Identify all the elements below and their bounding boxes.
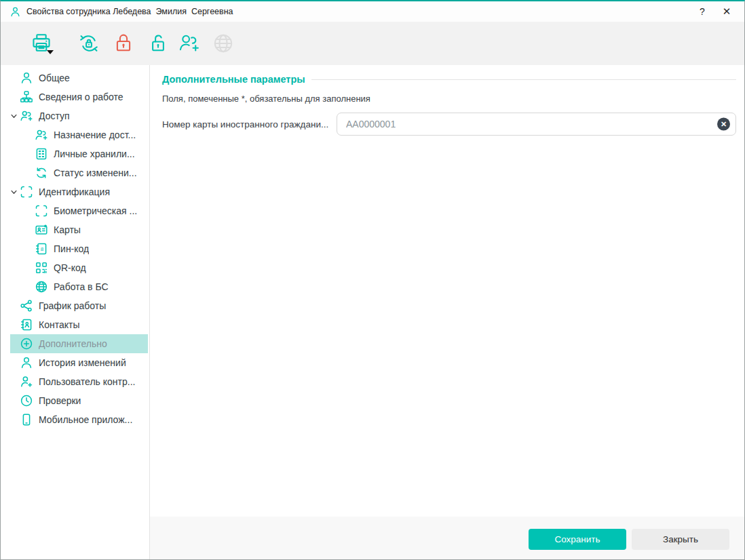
globe-icon [35,280,48,294]
block-access-button[interactable] [110,28,137,59]
contacts-icon [20,318,33,332]
qr-icon [35,261,48,275]
sidebar-nav: Общее Сведения о работе Доступ Назначени… [1,65,150,559]
phone-icon [20,413,33,426]
sidebar-item-dostup[interactable]: Доступ [10,106,148,125]
person-icon [20,356,33,369]
chevron-down-icon[interactable] [10,111,20,121]
face-id-icon [35,204,48,218]
sidebar-item-obshchee[interactable]: Общее [10,68,148,87]
title-bar: Свойства сотрудника Лебедева Эмилия Серг… [1,1,744,22]
sidebar-item-identifikatsiya[interactable]: Идентификация [10,182,148,201]
globe-icon [212,32,235,55]
users-plus-icon [35,128,48,142]
clock-icon [20,394,33,407]
sidebar-item-dopolnitelno[interactable]: Дополнительно [10,334,148,353]
share-icon [20,299,33,313]
sidebar-item-svedeniya-o-rabote[interactable]: Сведения о работе [10,87,148,106]
window-title: Свойства сотрудника Лебедева Эмилия Серг… [26,7,233,16]
print-dropdown-arrow[interactable] [47,50,54,54]
toolbar [1,22,744,65]
id-card-icon [35,223,48,237]
sidebar-item-biometricheskaya[interactable]: Биометрическая ... [10,201,148,220]
person-icon [20,71,33,85]
sidebar-item-qr-kod[interactable]: QR-код [10,258,148,277]
sidebar-item-status-izmeneniy[interactable]: Статус изменени... [10,163,148,182]
main-panel: Дополнительные параметры Поля, помеченны… [150,65,744,559]
footer-bar: Сохранить Закрыть [150,517,744,559]
foreign-card-field-row: Номер карты иностранного граждани... ✕ [162,113,736,136]
print-button[interactable] [28,28,55,59]
sidebar-item-kontakty[interactable]: Контакты [10,315,148,334]
foreign-card-label: Номер карты иностранного граждани... [162,119,332,129]
sidebar-item-naznachenie-dostupa[interactable]: Назначение дост... [10,125,148,144]
lockers-icon [35,147,48,161]
lock-closed-icon [112,32,135,55]
employee-properties-window: Свойства сотрудника Лебедева Эмилия Серг… [0,0,745,560]
users-plus-icon [20,109,33,123]
close-window-button[interactable]: ✕ [714,2,739,21]
sidebar-item-karty[interactable]: Карты [10,220,148,239]
save-button[interactable]: Сохранить [529,529,626,550]
sidebar-item-pin-kod[interactable]: 8 Пин-код [10,239,148,258]
refresh-icon [35,166,48,180]
users-plus-icon [178,32,201,55]
svg-text:8: 8 [41,246,44,252]
sidebar-item-polzovatel-kontrollera[interactable]: Пользователь контр... [10,372,148,391]
unblock-access-button[interactable] [145,28,172,59]
section-title: Дополнительные параметры [162,74,305,85]
required-fields-note: Поля, помеченные *, обязательны для запо… [162,94,736,104]
face-id-icon [20,185,33,199]
foreign-card-input[interactable] [337,113,736,136]
web-button [210,28,237,59]
clear-input-icon[interactable]: ✕ [717,118,730,131]
pin-notebook-icon: 8 [35,242,48,256]
section-header: Дополнительные параметры [162,74,736,85]
lock-open-icon [147,32,170,55]
sidebar-item-rabota-v-bs[interactable]: Работа в БС [10,277,148,296]
sidebar-item-istoriya-izmeneniy[interactable]: История изменений [10,353,148,372]
section-divider [311,79,736,80]
help-button[interactable]: ? [690,2,714,21]
sidebar-item-mobilnoe-prilozhenie[interactable]: Мобильное прилож... [10,410,148,429]
sync-lock-icon [77,32,100,55]
sync-access-button[interactable] [75,28,102,59]
sidebar-item-proverki[interactable]: Проверки [10,391,148,410]
person-icon [9,6,21,18]
add-users-button[interactable] [176,28,203,59]
person-plus-icon [20,375,33,388]
sidebar-item-grafik-raboty[interactable]: График работы [10,296,148,315]
plus-circle-icon [20,337,33,351]
chevron-down-icon[interactable] [10,187,20,197]
close-button[interactable]: Закрыть [632,529,729,550]
sidebar-item-lichnye-khranilishcha[interactable]: Личные хранили... [10,144,148,163]
org-icon [20,90,33,104]
